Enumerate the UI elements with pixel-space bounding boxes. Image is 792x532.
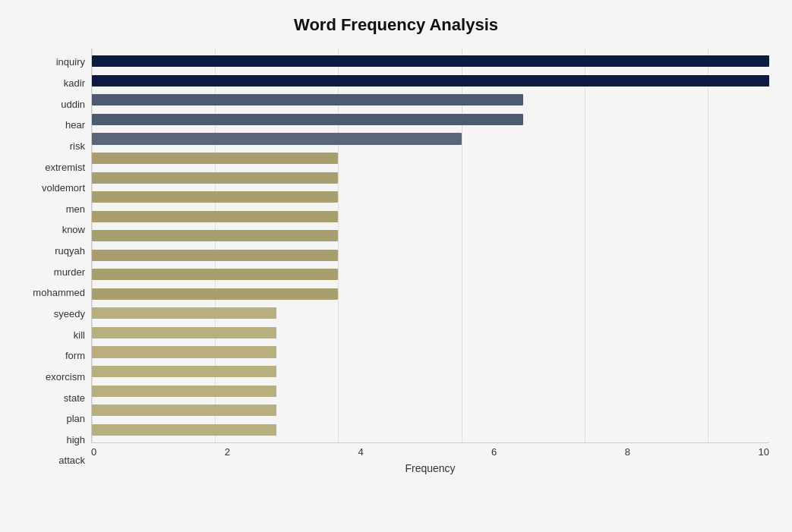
y-label: risk (70, 141, 85, 151)
bar (92, 327, 276, 338)
bars-wrapper (92, 49, 769, 442)
bar-row (92, 206, 769, 226)
bar (92, 133, 462, 144)
bar (92, 269, 338, 280)
y-label: form (65, 351, 85, 360)
bar (92, 346, 276, 357)
y-label: know (62, 225, 85, 235)
x-axis-label: Frequency (91, 462, 769, 474)
y-label: plan (66, 414, 85, 423)
y-label: attack (58, 455, 85, 465)
bar (92, 307, 276, 319)
bar-row (92, 381, 769, 401)
x-axis: 0246810 (91, 443, 769, 458)
bars-and-x-container: 0246810 Frequency (91, 49, 769, 474)
bar (92, 424, 276, 436)
y-label: mohammed (33, 288, 85, 297)
bar (92, 114, 523, 125)
bar-row (92, 71, 769, 91)
y-label: extremist (45, 162, 85, 172)
bars-panel (91, 49, 769, 443)
bar-row (92, 110, 769, 130)
chart-area: inquirykadiruddinhearriskextremistvoldem… (23, 49, 769, 474)
chart-container: Word Frequency Analysis inquirykadiruddi… (0, 0, 792, 532)
bar-row (92, 187, 769, 207)
bar-row (92, 323, 769, 343)
x-tick: 10 (759, 446, 769, 458)
y-label: ruqyah (55, 246, 85, 256)
bar-row (92, 168, 769, 187)
bar (92, 191, 338, 203)
bar (92, 405, 276, 416)
bar-row (92, 362, 769, 382)
bar-row (92, 149, 769, 168)
bar-row (92, 265, 769, 285)
bar (92, 153, 338, 164)
x-tick: 8 (625, 446, 630, 458)
bar (92, 94, 523, 105)
bar-row (92, 420, 769, 439)
y-label: men (66, 204, 85, 214)
bar-row (92, 90, 769, 110)
bar (92, 386, 276, 397)
bar (92, 172, 338, 184)
y-label: hear (65, 120, 85, 130)
bar (92, 230, 338, 241)
bar (92, 366, 276, 377)
chart-title: Word Frequency Analysis (23, 15, 769, 35)
bar-row (92, 401, 769, 420)
bar (92, 250, 338, 261)
y-label: uddin (61, 99, 85, 109)
bar (92, 55, 769, 67)
bar-row (92, 304, 769, 323)
x-tick: 4 (358, 446, 363, 458)
bar (92, 288, 338, 300)
y-label: murder (54, 267, 85, 277)
bar-row (92, 52, 769, 71)
y-label: inquiry (56, 57, 85, 67)
x-tick: 2 (225, 446, 230, 458)
bar-row (92, 245, 769, 265)
bar (92, 211, 338, 222)
bar-row (92, 342, 769, 362)
y-label: kill (74, 330, 85, 340)
y-label: exorcism (46, 372, 85, 382)
bar-row (92, 226, 769, 246)
y-label: high (66, 435, 85, 445)
y-label: syeedy (54, 309, 85, 319)
bar (92, 75, 769, 87)
y-label: state (64, 393, 85, 403)
y-label: voldemort (42, 183, 85, 193)
x-tick: 0 (91, 446, 96, 458)
x-tick: 6 (491, 446, 497, 458)
bar-row (92, 285, 769, 304)
y-label: kadir (64, 78, 85, 88)
y-axis-labels: inquirykadiruddinhearriskextremistvoldem… (23, 49, 91, 474)
bar-row (92, 129, 769, 149)
